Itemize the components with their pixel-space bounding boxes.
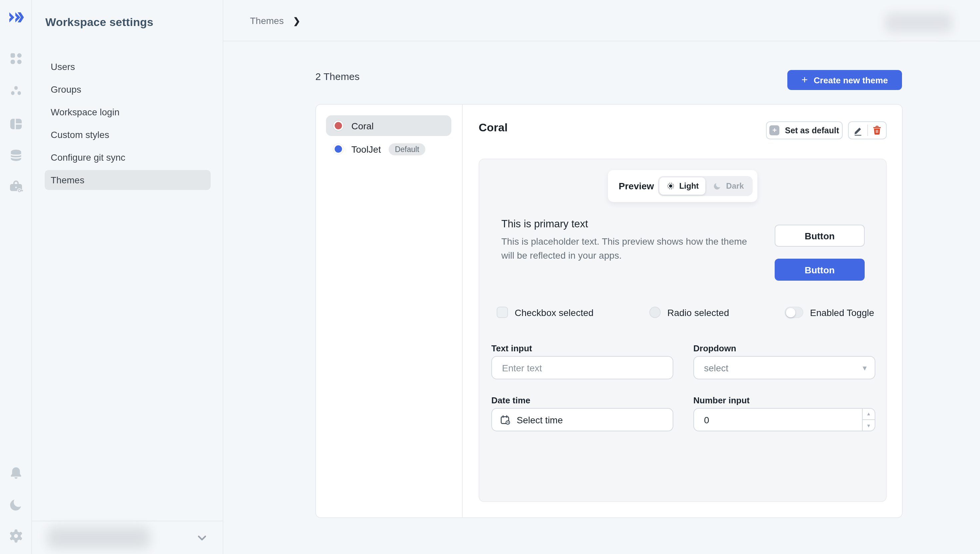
sidebar-item-custom-styles[interactable]: Custom styles <box>45 125 211 145</box>
delete-theme-button[interactable] <box>868 122 886 138</box>
preview-toggle-control: Enabled Toggle <box>785 307 874 318</box>
dropdown-field[interactable]: select ▾ <box>693 356 875 379</box>
theme-swatch-coral <box>333 121 343 131</box>
number-input-label: Number input <box>693 395 750 405</box>
theme-row-coral[interactable]: Coral <box>326 115 451 136</box>
modules-hexagons-icon[interactable] <box>9 84 23 99</box>
chevron-down-icon[interactable] <box>197 533 207 543</box>
theme-swatch-tooljet <box>333 144 343 154</box>
edit-theme-button[interactable] <box>849 122 867 138</box>
theme-row-tooljet[interactable]: ToolJet Default <box>326 138 451 159</box>
set-default-plus-icon: + <box>770 125 780 135</box>
preview-primary-button[interactable]: Button <box>775 259 865 281</box>
light-dark-segmented-control: Light Dark <box>658 176 752 196</box>
app-window: Workspace settings Users Groups Workspac… <box>0 0 980 554</box>
sidebar-footer <box>32 521 223 554</box>
set-as-default-button[interactable]: + Set as default <box>766 121 843 139</box>
stepper-up-icon[interactable]: ▲ <box>863 408 875 420</box>
sun-icon <box>666 181 675 191</box>
theme-actions-group <box>848 121 887 139</box>
apps-grid-icon[interactable] <box>9 51 23 66</box>
light-mode-option[interactable]: Light <box>659 177 705 195</box>
themes-count: 2 Themes <box>315 71 360 82</box>
breadcrumb: Themes ❯ <box>250 0 300 41</box>
preview-outline-button[interactable]: Button <box>775 224 865 247</box>
date-time-field[interactable]: Select time <box>492 408 673 431</box>
text-input-label: Text input <box>492 343 532 353</box>
moon-icon <box>713 181 722 191</box>
themes-card: Coral ToolJet Default Coral + Set as def… <box>315 104 903 518</box>
sidebar-item-groups[interactable]: Groups <box>45 80 211 99</box>
dropdown-label: Dropdown <box>693 343 737 353</box>
preview-mode-bar: Preview Light <box>608 170 757 202</box>
caret-down-icon: ▾ <box>863 363 867 373</box>
plus-icon: + <box>801 74 808 85</box>
sidebar-title: Workspace settings <box>45 16 153 29</box>
sidebar-item-themes[interactable]: Themes <box>45 170 211 190</box>
number-stepper: ▲ ▼ <box>862 408 875 431</box>
notifications-bell-icon[interactable] <box>9 466 23 481</box>
tooljet-logo-icon[interactable] <box>8 9 25 26</box>
create-new-theme-button[interactable]: + Create new theme <box>788 70 902 90</box>
trash-icon <box>872 125 882 135</box>
sidebar-item-configure-git-sync[interactable]: Configure git sync <box>45 147 211 167</box>
page-header: Themes ❯ <box>223 0 980 41</box>
theme-detail-title: Coral <box>479 121 508 135</box>
calendar-clock-icon <box>500 414 511 425</box>
database-icon[interactable] <box>9 148 23 163</box>
preview-label: Preview <box>619 181 654 191</box>
workspace-settings-sidebar: Workspace settings Users Groups Workspac… <box>32 0 223 554</box>
theme-list-panel: Coral ToolJet Default <box>316 105 463 517</box>
sidebar-item-users[interactable]: Users <box>45 57 211 76</box>
dark-mode-moon-icon[interactable] <box>9 497 23 512</box>
default-badge: Default <box>389 143 425 155</box>
pencil-icon <box>853 125 863 136</box>
sidebar-item-workspace-login[interactable]: Workspace login <box>45 102 211 122</box>
main-area: Themes ❯ 2 Themes + Create new theme Cor… <box>223 0 980 554</box>
dark-mode-option[interactable]: Dark <box>705 177 751 195</box>
breadcrumb-themes[interactable]: Themes <box>250 15 284 26</box>
preview-placeholder-text: This is placeholder text. This preview s… <box>501 235 752 263</box>
layout-pages-icon[interactable] <box>9 117 23 131</box>
toggle-knob <box>786 308 795 317</box>
radio-button[interactable] <box>649 307 661 318</box>
theme-preview-panel: Preview Light <box>479 159 887 502</box>
text-input-field <box>492 356 673 379</box>
preview-checkbox-control: Checkbox selected <box>497 307 593 318</box>
stepper-down-icon[interactable]: ▼ <box>863 420 875 431</box>
date-time-label: Date time <box>492 395 530 405</box>
checkbox[interactable] <box>497 307 508 318</box>
text-input[interactable] <box>502 362 635 373</box>
preview-primary-text: This is primary text <box>501 218 588 230</box>
settings-gear-icon[interactable] <box>9 529 23 543</box>
number-input-value[interactable]: 0 <box>704 414 710 425</box>
preview-radio-control: Radio selected <box>649 307 729 318</box>
toggle-switch[interactable] <box>785 307 803 318</box>
header-action-redacted <box>885 13 952 33</box>
chevron-right-icon: ❯ <box>293 16 300 25</box>
number-input-field: 0 ▲ ▼ <box>693 408 875 431</box>
workspace-constants-toolkit-icon[interactable] <box>9 179 23 194</box>
workspace-name-redacted <box>47 527 150 549</box>
icon-rail <box>0 0 32 554</box>
